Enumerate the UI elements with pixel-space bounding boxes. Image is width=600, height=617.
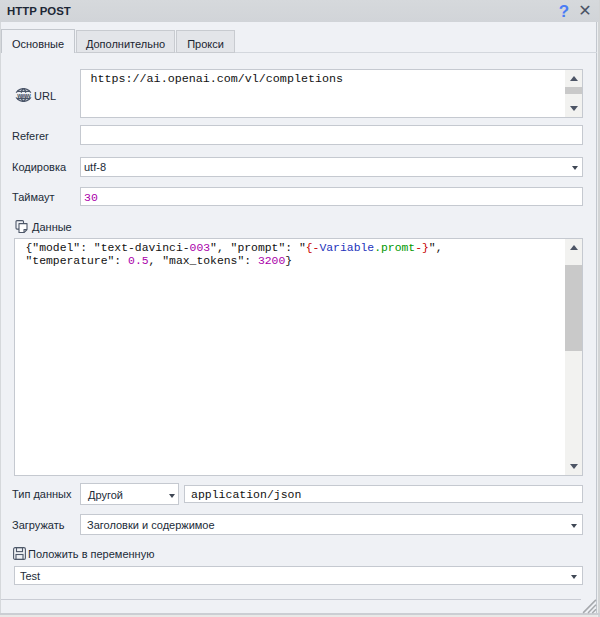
svg-text:www: www [16,92,31,99]
